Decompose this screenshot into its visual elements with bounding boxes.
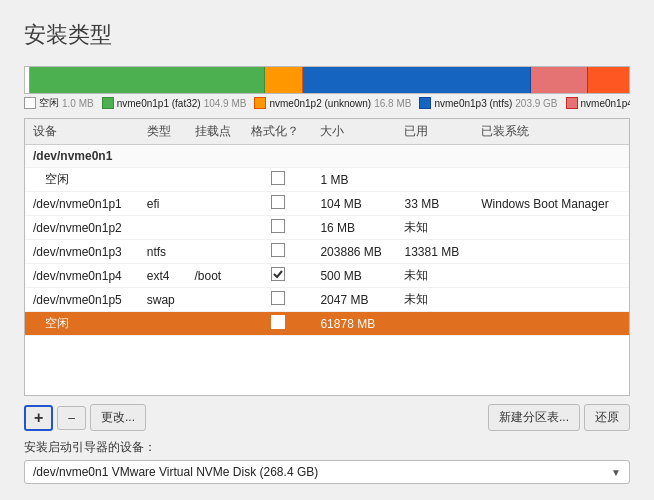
cell-device: /dev/nvme0n1p4 bbox=[25, 264, 139, 288]
new-partition-table-button[interactable]: 新建分区表... bbox=[488, 404, 580, 431]
format-checkbox[interactable] bbox=[271, 291, 285, 305]
cell-device: /dev/nvme0n1p5 bbox=[25, 288, 139, 312]
cell-format[interactable] bbox=[243, 312, 312, 336]
legend-color-3 bbox=[419, 97, 431, 109]
cell-size: 2047 MB bbox=[312, 288, 396, 312]
format-checkbox[interactable] bbox=[271, 315, 285, 329]
cell-type: efi bbox=[139, 192, 187, 216]
cell-system bbox=[473, 264, 629, 288]
cell-format[interactable] bbox=[243, 288, 312, 312]
legend-sublabel-1: 104.9 MB bbox=[204, 98, 247, 109]
legend-label-0: 空闲 bbox=[39, 96, 59, 110]
cell-size: 104 MB bbox=[312, 192, 396, 216]
col-type: 类型 bbox=[139, 119, 187, 145]
cell-used: 33 MB bbox=[396, 192, 473, 216]
cell-mount bbox=[187, 240, 243, 264]
bootloader-label: 安装启动引导器的设备： bbox=[24, 439, 156, 456]
cell-system bbox=[473, 312, 629, 336]
format-checkbox[interactable] bbox=[271, 171, 285, 185]
cell-device: /dev/nvme0n1p2 bbox=[25, 216, 139, 240]
table-row[interactable]: /dev/nvme0n1p5swap2047 MB未知 bbox=[25, 288, 629, 312]
legend-color-2 bbox=[254, 97, 266, 109]
cell-mount bbox=[187, 192, 243, 216]
cell-size: 1 MB bbox=[312, 168, 396, 192]
format-checkbox[interactable] bbox=[271, 267, 285, 281]
legend-color-1 bbox=[102, 97, 114, 109]
legend-color-0 bbox=[24, 97, 36, 109]
table-row[interactable]: 空闲61878 MB bbox=[25, 312, 629, 336]
cell-used: 13381 MB bbox=[396, 240, 473, 264]
revert-button[interactable]: 还原 bbox=[584, 404, 630, 431]
bootloader-device-value: /dev/nvme0n1 VMware Virtual NVMe Disk (2… bbox=[33, 465, 318, 479]
cell-device: 空闲 bbox=[25, 168, 139, 192]
cell-format[interactable] bbox=[243, 216, 312, 240]
cell-device: 空闲 bbox=[25, 312, 139, 336]
disk-segment-1 bbox=[30, 67, 265, 93]
device-group-label: /dev/nvme0n1 bbox=[25, 145, 629, 168]
cell-system: Windows Boot Manager bbox=[473, 192, 629, 216]
legend-sublabel-3: 203.9 GB bbox=[515, 98, 557, 109]
partition-table-wrapper: 设备 类型 挂载点 格式化？ 大小 已用 已装系统 /dev/nvme0n1空闲… bbox=[24, 118, 630, 396]
cell-format[interactable] bbox=[243, 192, 312, 216]
legend-item-3: nvme0n1p3 (ntfs)203.9 GB bbox=[419, 97, 557, 109]
disk-segment-5 bbox=[588, 67, 629, 93]
table-row[interactable]: 空闲1 MB bbox=[25, 168, 629, 192]
legend-sublabel-2: 16.8 MB bbox=[374, 98, 411, 109]
legend-item-1: nvme0n1p1 (fat32)104.9 MB bbox=[102, 97, 247, 109]
disk-segment-2 bbox=[265, 67, 303, 93]
cell-mount: /boot bbox=[187, 264, 243, 288]
cell-type: ext4 bbox=[139, 264, 187, 288]
bootloader-select-row: /dev/nvme0n1 VMware Virtual NVMe Disk (2… bbox=[24, 460, 630, 484]
cell-size: 61878 MB bbox=[312, 312, 396, 336]
add-partition-button[interactable]: + bbox=[24, 405, 53, 431]
table-row[interactable]: /dev/nvme0n1p4ext4/boot500 MB未知 bbox=[25, 264, 629, 288]
table-row[interactable]: /dev/nvme0n1p216 MB未知 bbox=[25, 216, 629, 240]
cell-type bbox=[139, 312, 187, 336]
change-partition-button[interactable]: 更改... bbox=[90, 404, 146, 431]
legend-label-3: nvme0n1p3 (ntfs) bbox=[434, 98, 512, 109]
legend-label-1: nvme0n1p1 (fat32) bbox=[117, 98, 201, 109]
disk-segment-3 bbox=[303, 67, 532, 93]
col-device: 设备 bbox=[25, 119, 139, 145]
chevron-down-icon: ▼ bbox=[611, 467, 621, 478]
cell-mount bbox=[187, 288, 243, 312]
cell-system bbox=[473, 288, 629, 312]
legend-label-2: nvme0n1p2 (unknown) bbox=[269, 98, 371, 109]
col-mount: 挂载点 bbox=[187, 119, 243, 145]
cell-device: /dev/nvme0n1p1 bbox=[25, 192, 139, 216]
disk-legend: 空闲1.0 MBnvme0n1p1 (fat32)104.9 MBnvme0n1… bbox=[24, 96, 630, 110]
install-type-page: 安装类型 空闲1.0 MBnvme0n1p1 (fat32)104.9 MBnv… bbox=[0, 0, 654, 500]
format-checkbox[interactable] bbox=[271, 243, 285, 257]
cell-used: 未知 bbox=[396, 216, 473, 240]
legend-item-2: nvme0n1p2 (unknown)16.8 MB bbox=[254, 97, 411, 109]
cell-format[interactable] bbox=[243, 168, 312, 192]
format-checkbox[interactable] bbox=[271, 219, 285, 233]
disk-bar bbox=[24, 66, 630, 94]
bootloader-device-select[interactable]: /dev/nvme0n1 VMware Virtual NVMe Disk (2… bbox=[24, 460, 630, 484]
cell-mount bbox=[187, 216, 243, 240]
cell-system bbox=[473, 168, 629, 192]
cell-used bbox=[396, 168, 473, 192]
legend-label-4: nvme0n1p4 (ext4) bbox=[581, 98, 630, 109]
cell-used bbox=[396, 312, 473, 336]
bootloader-section: 安装启动引导器的设备： bbox=[24, 439, 630, 456]
legend-item-4: nvme0n1p4 (ext4)500.2 MB bbox=[566, 97, 630, 109]
cell-system bbox=[473, 216, 629, 240]
cell-format[interactable] bbox=[243, 240, 312, 264]
col-used: 已用 bbox=[396, 119, 473, 145]
page-title: 安装类型 bbox=[24, 20, 630, 50]
cell-format[interactable] bbox=[243, 264, 312, 288]
table-row[interactable]: /dev/nvme0n1p3ntfs203886 MB13381 MB bbox=[25, 240, 629, 264]
remove-partition-button[interactable]: – bbox=[57, 406, 86, 430]
table-row[interactable]: /dev/nvme0n1p1efi104 MB33 MBWindows Boot… bbox=[25, 192, 629, 216]
disk-segment-4 bbox=[531, 67, 588, 93]
cell-type: swap bbox=[139, 288, 187, 312]
cell-used: 未知 bbox=[396, 288, 473, 312]
col-format: 格式化？ bbox=[243, 119, 312, 145]
cell-type bbox=[139, 168, 187, 192]
legend-color-4 bbox=[566, 97, 578, 109]
col-size: 大小 bbox=[312, 119, 396, 145]
format-checkbox[interactable] bbox=[271, 195, 285, 209]
cell-type: ntfs bbox=[139, 240, 187, 264]
cell-type bbox=[139, 216, 187, 240]
